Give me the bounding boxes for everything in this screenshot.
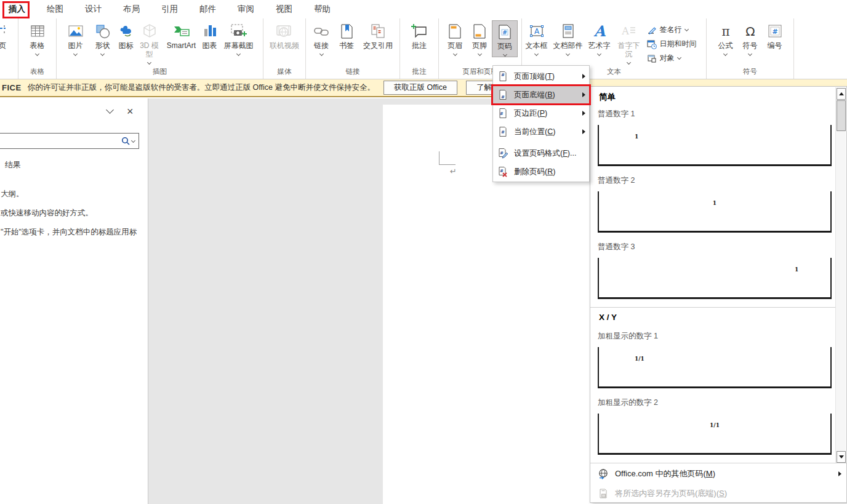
- icons-button[interactable]: 图标: [116, 20, 136, 51]
- office-brand-fragment: FICE: [2, 83, 22, 92]
- menu-item-current-position[interactable]: # 当前位置(C): [493, 122, 589, 141]
- footer-button[interactable]: 页脚: [467, 20, 492, 56]
- tab-review[interactable]: 审阅: [235, 0, 257, 18]
- page-break-button[interactable]: 分页: [0, 20, 14, 51]
- 3d-model-icon: [141, 21, 158, 42]
- shapes-button[interactable]: 形状: [89, 20, 116, 56]
- format-page-numbers-icon: #: [497, 148, 508, 159]
- group-label-media: 媒体: [263, 67, 305, 76]
- pictures-icon: [67, 21, 84, 42]
- gallery-item-bold-number-1[interactable]: 1/1: [598, 347, 832, 388]
- chevron-down-icon: [748, 52, 752, 56]
- chart-button[interactable]: 图表: [200, 20, 220, 51]
- scrollbar-down-button[interactable]: [837, 451, 846, 463]
- svg-text:A: A: [593, 23, 606, 40]
- date-time-button[interactable]: 日期和时间: [644, 37, 706, 51]
- submenu-arrow-icon: [582, 92, 585, 97]
- pane-text-line: "开始"选项卡，并向文档中的标题应用标: [1, 227, 137, 238]
- menu-item-remove-page-numbers[interactable]: # 删除页码(R): [493, 162, 589, 181]
- object-button[interactable]: 对象: [644, 51, 706, 65]
- number-button[interactable]: # 编号: [763, 20, 787, 51]
- icons-icon: [118, 21, 135, 42]
- chevron-down-icon: [723, 52, 728, 56]
- tab-references[interactable]: 引用: [159, 0, 180, 18]
- chevron-down-icon: [477, 52, 481, 56]
- cross-reference-button[interactable]: 交叉引用: [359, 20, 397, 51]
- gallery-item-plain-number-1[interactable]: 1: [598, 125, 832, 166]
- tab-insert[interactable]: 插入: [6, 0, 28, 18]
- get-genuine-office-button[interactable]: 获取正版 Office: [383, 81, 457, 95]
- equation-icon: π: [717, 21, 734, 42]
- online-video-button[interactable]: 联机视频: [266, 20, 303, 51]
- screenshot-button[interactable]: 屏幕截图: [220, 20, 258, 56]
- gallery-item-plain-number-3[interactable]: 1: [598, 258, 832, 299]
- symbol-button[interactable]: Ω 符号: [738, 20, 763, 56]
- gallery-footer: Office.com 中的其他页码(M) 将所选内容另存为页码(底端)(S): [590, 463, 846, 502]
- menu-item-page-margins[interactable]: # 页边距(P): [493, 104, 589, 122]
- header-icon: [447, 21, 463, 42]
- menu-item-top-of-page[interactable]: # 页面顶端(T): [493, 67, 589, 86]
- table-button[interactable]: 表格: [28, 20, 47, 56]
- gallery-scrollbar[interactable]: [835, 87, 846, 463]
- chevron-down-icon: [100, 52, 105, 56]
- cross-reference-icon: [369, 21, 387, 42]
- smartart-icon: [172, 21, 191, 42]
- save-selection-icon: [598, 488, 609, 499]
- text-box-button[interactable]: A 文本框: [523, 20, 551, 56]
- quick-parts-button[interactable]: 文档部件: [551, 20, 585, 56]
- gallery-item-bold-number-2[interactable]: 1/1: [598, 414, 832, 455]
- page-number-gallery: 简单 普通数字 1 1 普通数字 2 1 普通数字 3 1 X / Y 加粗显示…: [590, 86, 847, 503]
- pane-options-chevron-icon[interactable]: [107, 107, 113, 113]
- menu-item-bottom-of-page[interactable]: # 页面底端(B): [493, 86, 589, 104]
- signature-line-button[interactable]: 签名行: [644, 23, 706, 37]
- svg-text:#: #: [772, 28, 777, 36]
- scrollbar-thumb[interactable]: [837, 100, 846, 131]
- paragraph-mark: ↵: [450, 167, 457, 176]
- drop-cap-button[interactable]: A 首字下沉: [614, 20, 644, 65]
- page-number-margin-icon: #: [497, 108, 508, 119]
- wordart-button[interactable]: A 艺术字: [585, 20, 614, 56]
- group-label-tables: 表格: [18, 67, 56, 76]
- navigation-pane: × 结果 大纲。 或快速移动内容的好方式。 "开始"选项卡，并向文档中的标题应用…: [0, 98, 148, 504]
- pane-close-icon[interactable]: ×: [127, 106, 134, 117]
- chevron-down-icon: [73, 52, 78, 56]
- page-number-icon: #: [497, 22, 513, 42]
- scrollbar-up-button[interactable]: [837, 88, 846, 100]
- signature-line-icon: [647, 25, 657, 35]
- svg-text:#: #: [500, 169, 504, 174]
- pictures-button[interactable]: 图片: [62, 20, 89, 56]
- tab-draw[interactable]: 绘图: [44, 0, 66, 18]
- tab-layout[interactable]: 布局: [121, 0, 142, 18]
- results-tab-label[interactable]: 结果: [5, 159, 21, 170]
- tab-view[interactable]: 视图: [273, 0, 295, 18]
- more-page-numbers-from-office-item[interactable]: Office.com 中的其他页码(M): [590, 465, 846, 483]
- pane-text-line: 或快速移动内容的好方式。: [1, 208, 93, 218]
- tab-mailings[interactable]: 邮件: [197, 0, 219, 18]
- chevron-down-icon: [502, 52, 507, 57]
- link-button[interactable]: 链接: [308, 20, 334, 56]
- ribbon: 分页 表格 表格 图片: [0, 18, 847, 79]
- search-icon[interactable]: [121, 136, 130, 146]
- comment-button[interactable]: 批注: [406, 20, 433, 51]
- equation-button[interactable]: π 公式: [713, 20, 738, 56]
- text-box-icon: A: [528, 21, 545, 42]
- chevron-down-icon: [684, 27, 688, 31]
- navigation-search-box[interactable]: [0, 133, 139, 149]
- screenshot-icon: [230, 21, 248, 42]
- gallery-item-plain-number-2[interactable]: 1: [598, 191, 832, 233]
- tab-help[interactable]: 帮助: [311, 0, 333, 18]
- 3d-models-button[interactable]: 3D 模型: [136, 20, 163, 65]
- search-options-chevron-icon[interactable]: [132, 139, 135, 142]
- header-button[interactable]: 页眉: [443, 20, 467, 56]
- menu-item-format-page-numbers[interactable]: # 设置页码格式(F)...: [493, 144, 589, 162]
- smartart-button[interactable]: SmartArt: [163, 20, 200, 51]
- page-number-button[interactable]: # 页码: [492, 20, 518, 57]
- quick-parts-icon: [560, 21, 576, 42]
- pane-text-line: 大纲。: [1, 189, 24, 199]
- search-input[interactable]: [0, 134, 121, 148]
- bookmark-button[interactable]: 书签: [334, 20, 359, 51]
- scroll-up-arrow-icon: [839, 92, 844, 95]
- save-selection-as-page-number-item[interactable]: 将所选内容另存为页码(底端)(S): [590, 484, 846, 503]
- tab-design[interactable]: 设计: [82, 0, 104, 18]
- chevron-down-icon: [452, 52, 457, 56]
